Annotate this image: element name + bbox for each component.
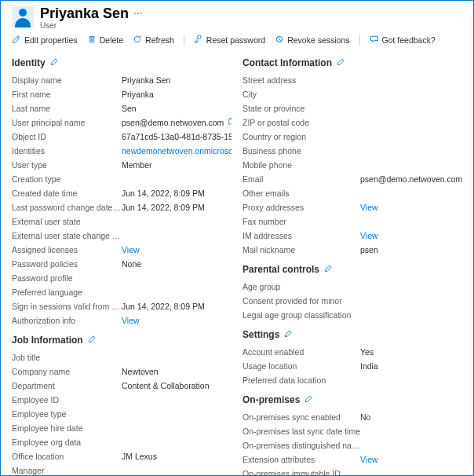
orgdata-row: Employee org data bbox=[12, 435, 232, 449]
page-subtitle: User bbox=[40, 21, 129, 30]
feedback-icon bbox=[370, 35, 379, 46]
zip-row: ZIP or postal code bbox=[242, 115, 462, 130]
page-header: Priyanka Sen User ··· bbox=[1, 1, 473, 31]
extuserstatechange-row: External user state change date ti... bbox=[12, 229, 232, 243]
lastpwd-row: Last password change date timeJun 14, 20… bbox=[12, 200, 232, 214]
edit-icon[interactable] bbox=[88, 334, 97, 346]
settings-heading: Settings bbox=[242, 328, 462, 340]
toolbar-divider-2 bbox=[359, 35, 360, 46]
edit-icon[interactable] bbox=[284, 328, 294, 340]
mobphone-row: Mobile phone bbox=[242, 158, 462, 172]
agegroup-row: Age group bbox=[242, 280, 462, 294]
company-row: Company nameNewtoven bbox=[12, 364, 232, 379]
lastsync-row: On-premises last sync date time bbox=[242, 424, 462, 438]
revoke-icon bbox=[275, 35, 284, 46]
preflang-row: Preferred language bbox=[12, 285, 232, 299]
proxy-link[interactable]: View bbox=[360, 202, 462, 213]
usage-row: Usage locationIndia bbox=[242, 359, 462, 373]
refresh-button[interactable]: Refresh bbox=[133, 35, 174, 46]
edit-icon bbox=[12, 35, 21, 46]
identity-heading: Identity bbox=[12, 57, 232, 68]
consent-row: Consent provided for minor bbox=[242, 294, 462, 308]
page-title: Priyanka Sen bbox=[40, 5, 129, 22]
edit-icon[interactable] bbox=[324, 263, 334, 275]
pwdprofile-row: Password profile bbox=[12, 271, 232, 285]
otheremails-row: Other emails bbox=[242, 186, 462, 200]
avatar bbox=[12, 5, 34, 27]
country-row: Country or region bbox=[242, 130, 462, 144]
edit-icon[interactable] bbox=[304, 394, 314, 405]
usertype-row: User typeMember bbox=[12, 158, 232, 172]
city-row: City bbox=[242, 87, 462, 101]
office-row: Office locationJM Lexus bbox=[12, 449, 232, 463]
toolbar-divider bbox=[184, 35, 184, 46]
im-row: IM addressesView bbox=[242, 229, 462, 243]
street-row: Street address bbox=[242, 73, 462, 87]
fax-row: Fax number bbox=[242, 214, 462, 229]
identities-row: Identitiesnewdemonetwoven.onmicrosoft.co… bbox=[12, 144, 232, 158]
jobtitle-row: Job title bbox=[12, 350, 232, 364]
creationtype-row: Creation type bbox=[12, 172, 232, 186]
display-name-row: Display namePriyanka Sen bbox=[12, 73, 232, 87]
proxy-row: Proxy addressesView bbox=[242, 200, 462, 214]
ext-row: Extension attributesView bbox=[242, 452, 462, 467]
content-area: Identity Display namePriyanka Sen First … bbox=[1, 50, 473, 476]
delete-button[interactable]: Delete bbox=[87, 35, 123, 46]
edit-properties-button[interactable]: Edit properties bbox=[12, 35, 78, 46]
contact-heading: Contact Information bbox=[242, 57, 462, 68]
legalage-row: Legal age group classification bbox=[242, 308, 462, 322]
revoke-sessions-button[interactable]: Revoke sessions bbox=[275, 35, 349, 46]
empid-row: Employee ID bbox=[12, 393, 232, 407]
accountenabled-row: Account enabledYes bbox=[242, 345, 462, 359]
key-icon bbox=[194, 35, 203, 46]
delete-icon bbox=[87, 35, 97, 46]
createddate-row: Created date timeJun 14, 2022, 8:09 PM bbox=[12, 186, 232, 200]
syncenabled-row: On-premises sync enabledNo bbox=[242, 410, 462, 424]
edit-icon[interactable] bbox=[50, 57, 60, 68]
svg-rect-1 bbox=[229, 119, 232, 124]
licenses-link[interactable]: View bbox=[122, 244, 232, 255]
extuserstate-row: External user state bbox=[12, 214, 232, 229]
copy-icon[interactable] bbox=[227, 117, 232, 128]
objectid-row: Object ID67a71cd5-13a0-481d-8735-1552116… bbox=[12, 130, 232, 144]
state-row: State or province bbox=[242, 101, 462, 115]
department-row: DepartmentContent & Collaboration bbox=[12, 379, 232, 393]
prefdata-row: Preferred data location bbox=[242, 373, 462, 387]
licenses-row: Assigned licensesView bbox=[12, 243, 232, 257]
dn-row: On-premises distinguished name bbox=[242, 438, 462, 452]
more-menu[interactable]: ··· bbox=[133, 5, 143, 20]
hiredate-row: Employee hire date bbox=[12, 421, 232, 435]
upn-row: User principal namepsen@demo.netwoven.co… bbox=[12, 115, 232, 130]
ext-link[interactable]: View bbox=[360, 454, 462, 465]
im-link[interactable]: View bbox=[360, 230, 462, 241]
mailnick-row: Mail nicknamepsen bbox=[242, 243, 462, 257]
feedback-button[interactable]: Got feedback? bbox=[370, 35, 436, 46]
authinfo-link[interactable]: View bbox=[122, 315, 232, 326]
edit-icon[interactable] bbox=[337, 57, 346, 68]
immutable-row: On-premises immutable ID bbox=[242, 467, 462, 476]
reset-password-button[interactable]: Reset password bbox=[194, 35, 265, 46]
signin-row: Sign in sessions valid from date t...Jun… bbox=[12, 299, 232, 313]
manager-row: Manager bbox=[12, 463, 232, 476]
job-heading: Job Information bbox=[12, 334, 232, 346]
pwdpolicies-row: Password policiesNone bbox=[12, 257, 232, 271]
refresh-icon bbox=[133, 35, 142, 46]
emptype-row: Employee type bbox=[12, 407, 232, 421]
email-row: Emailpsen@demo.netwoven.com bbox=[242, 172, 462, 186]
toolbar: Edit properties Delete Refresh Reset pas… bbox=[1, 31, 473, 50]
first-name-row: First namePriyanka bbox=[12, 87, 232, 101]
parental-heading: Parental controls bbox=[242, 263, 462, 275]
authinfo-row: Authorization infoView bbox=[12, 313, 232, 328]
identities-link[interactable]: newdemonetwoven.onmicrosoft.com bbox=[122, 145, 232, 156]
bizphone-row: Business phone bbox=[242, 144, 462, 158]
last-name-row: Last nameSen bbox=[12, 101, 232, 115]
onprem-heading: On-premises bbox=[242, 394, 462, 405]
